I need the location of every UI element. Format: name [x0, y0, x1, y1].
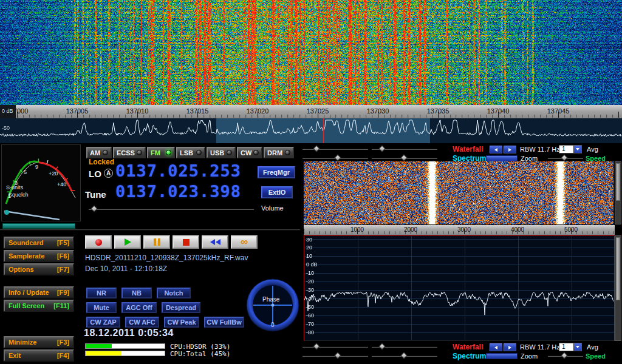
stop-icon — [183, 239, 190, 246]
main-spectrum-display[interactable] — [0, 118, 622, 143]
avg-select[interactable]: 1 — [559, 145, 582, 153]
bottom-waterfall-brightness-slider[interactable] — [372, 343, 437, 350]
bottom-avg-select[interactable]: 1 — [559, 343, 582, 351]
scroll-left-button[interactable] — [490, 146, 502, 153]
bottom-speed-slider[interactable] — [548, 352, 583, 359]
minimize-button[interactable]: Minimize[F3] — [4, 336, 74, 348]
mute-button[interactable]: Mute — [86, 302, 117, 313]
bottom-waterfall-contrast-slider[interactable] — [302, 343, 368, 350]
mode-button-usb[interactable]: USB — [207, 147, 236, 158]
bottom-waterfall-label: Waterfall — [453, 343, 483, 351]
bottom-zoom-slider[interactable] — [486, 353, 518, 359]
mode-button-drm[interactable]: DRM — [264, 147, 294, 158]
right-frequency-ruler[interactable]: 10002000300040005000 — [304, 225, 615, 235]
right-waterfall-display[interactable] — [304, 161, 613, 224]
spectrum-scrollbar[interactable] — [615, 235, 621, 341]
zoom-slider[interactable] — [486, 155, 518, 161]
loop-button[interactable] — [231, 235, 258, 249]
bottom-spectrum-offset-slider[interactable] — [372, 352, 437, 359]
dsp-row-2: Mute AGC Off Despread — [86, 302, 200, 313]
fullscreen-button[interactable]: Full Screen[F11] — [4, 300, 74, 312]
exit-button[interactable]: Exit[F4] — [4, 349, 74, 362]
speed-slider[interactable] — [548, 155, 583, 161]
waterfall-scrollbar[interactable] — [615, 161, 621, 224]
stop-button[interactable] — [173, 235, 199, 249]
phase-label: Phase — [262, 296, 279, 303]
squelch-slider[interactable] — [2, 223, 75, 229]
slider-thumb[interactable] — [378, 145, 385, 152]
button-key: [F3] — [57, 339, 69, 346]
slider-thumb[interactable] — [400, 352, 407, 359]
options-button[interactable]: Options[F7] — [4, 263, 74, 275]
db-zero-label: 0 dB — [2, 108, 13, 114]
cw-peak-button[interactable]: CW Peak — [164, 317, 199, 328]
avg-dropdown-button[interactable] — [573, 343, 581, 351]
nb-button[interactable]: NB — [121, 288, 152, 298]
slider-thumb[interactable] — [378, 343, 385, 349]
cw-afc-button[interactable]: CW AFC — [125, 317, 159, 328]
agc-off-button[interactable]: AGC Off — [121, 302, 157, 313]
mode-button-cw[interactable]: CW — [237, 147, 262, 158]
waterfall-brightness-slider[interactable] — [372, 146, 437, 152]
db-tick-label: -80 — [306, 329, 314, 335]
lo-frequency-display[interactable]: 0137.025.253 — [115, 161, 241, 180]
db-tick-label: -70 — [306, 321, 314, 327]
volume-slider[interactable] — [89, 206, 254, 212]
phase-value: 0 — [271, 322, 275, 328]
nr-button[interactable]: NR — [86, 288, 117, 298]
mode-button-lsb[interactable]: LSB — [176, 147, 205, 158]
bottom-spectrum-contrast-slider[interactable] — [302, 352, 368, 359]
spectrum-offset-slider[interactable] — [372, 155, 437, 161]
slider-thumb[interactable] — [400, 154, 407, 161]
scroll-right-button[interactable] — [504, 146, 516, 153]
recording-filename: HDSDR_20111210_120938Z_137025kHz_RF.wav — [85, 254, 248, 262]
smeter-squelch-label: Squelch — [9, 192, 29, 198]
dsp-row-1: NR NB Notch — [86, 288, 191, 298]
main-waterfall-display[interactable] — [0, 0, 622, 105]
right-spectrum-display[interactable]: 3020100 dB-10-20-30-40-50-60-70-80 — [304, 235, 615, 341]
freqmgr-button[interactable]: FreqMgr — [258, 166, 295, 178]
spectrum-contrast-slider[interactable] — [302, 155, 368, 161]
waterfall-contrast-slider[interactable] — [302, 146, 368, 152]
mode-label: CW — [241, 149, 251, 157]
scrollbar-thumb[interactable] — [616, 163, 620, 201]
main-frequency-ruler[interactable]: 1370001370051370101370151370201370251370… — [0, 105, 622, 118]
soundcard-button[interactable]: Soundcard[F5] — [4, 237, 74, 249]
info-update-button[interactable]: Info / Update[F9] — [4, 286, 74, 298]
record-button[interactable] — [85, 235, 112, 249]
rewind-button[interactable] — [202, 235, 228, 249]
slider-thumb[interactable] — [561, 154, 568, 161]
scroll-left-button[interactable] — [490, 343, 502, 351]
avg-value: 1 — [559, 146, 573, 153]
scrollbar-thumb[interactable] — [616, 237, 620, 300]
play-button[interactable] — [114, 235, 141, 249]
scroll-right-button[interactable] — [504, 343, 516, 351]
cw-zap-button[interactable]: CW ZAP — [86, 317, 120, 328]
despread-button[interactable]: Despread — [162, 302, 200, 313]
slider-thumb[interactable] — [313, 343, 320, 349]
bottom-rbw-label: RBW 11.7 Hz — [520, 343, 560, 351]
slider-thumb[interactable] — [561, 352, 568, 359]
smeter-scale-5: 5 — [24, 169, 27, 175]
avg-dropdown-button[interactable] — [573, 146, 581, 153]
mode-led-icon — [285, 150, 290, 155]
pause-button[interactable] — [143, 235, 170, 249]
notch-button[interactable]: Notch — [157, 288, 191, 298]
slider-thumb[interactable] — [91, 205, 98, 212]
play-icon — [125, 238, 131, 246]
mode-button-am[interactable]: AM — [86, 147, 112, 158]
slider-thumb[interactable] — [334, 154, 341, 161]
extio-button[interactable]: ExtIO — [261, 186, 293, 198]
mode-button-fm[interactable]: FM — [147, 147, 175, 158]
rbw-label: RBW 11.7 Hz — [520, 146, 560, 153]
mode-led-icon — [227, 150, 232, 155]
mode-button-ecss[interactable]: ECSS — [113, 147, 146, 158]
cw-fullbw-button[interactable]: CW FullBw — [204, 317, 244, 328]
smeter-units-label: S-units — [6, 184, 24, 190]
freq-tick-label: 5000 — [564, 226, 578, 233]
slider-thumb[interactable] — [313, 145, 320, 152]
samplerate-button[interactable]: Samplerate[F6] — [4, 250, 74, 262]
tune-frequency-display[interactable]: 0137.023.398 — [115, 182, 241, 201]
slider-thumb[interactable] — [334, 352, 341, 359]
lo-lock-badge[interactable]: A — [104, 169, 113, 178]
